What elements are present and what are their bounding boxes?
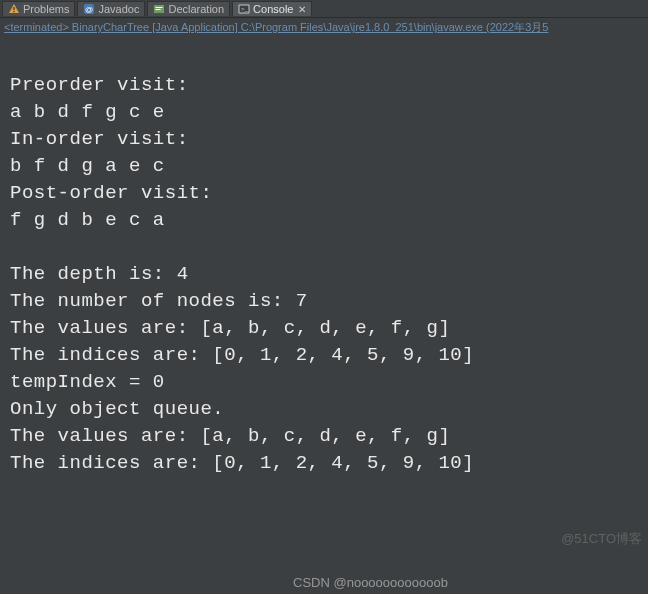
console-line: f g d b e c a — [10, 207, 638, 234]
console-line: b f d g a e c — [10, 153, 638, 180]
console-line: Preorder visit: — [10, 72, 638, 99]
tab-label: Declaration — [168, 3, 224, 15]
console-icon: >_ — [238, 3, 250, 15]
svg-rect-1 — [13, 7, 14, 10]
console-line — [10, 45, 638, 72]
views-tab-bar: Problems @ Javadoc Declaration >_ Consol… — [0, 0, 648, 18]
console-line: The indices are: [0, 1, 2, 4, 5, 9, 10] — [10, 450, 638, 477]
watermark-right: @51CTO博客 — [561, 530, 642, 548]
svg-rect-2 — [13, 11, 14, 12]
tab-label: Problems — [23, 3, 69, 15]
console-line: tempIndex = 0 — [10, 369, 638, 396]
warning-icon — [8, 3, 20, 15]
tab-problems[interactable]: Problems — [2, 1, 75, 16]
svg-rect-6 — [156, 7, 163, 8]
terminated-status: <terminated> BinaryCharTree [Java Applic… — [0, 18, 648, 37]
console-line: Post-order visit: — [10, 180, 638, 207]
svg-rect-7 — [156, 9, 161, 10]
console-line — [10, 234, 638, 261]
svg-text:@: @ — [85, 5, 93, 14]
console-line: The indices are: [0, 1, 2, 4, 5, 9, 10] — [10, 342, 638, 369]
watermark-bottom: CSDN @noooooooooooob — [293, 575, 448, 590]
javadoc-icon: @ — [83, 3, 95, 15]
declaration-icon — [153, 3, 165, 15]
console-line: a b d f g c e — [10, 99, 638, 126]
console-line: The values are: [a, b, c, d, e, f, g] — [10, 423, 638, 450]
tab-console[interactable]: >_ Console ✕ — [232, 1, 312, 16]
console-line: The depth is: 4 — [10, 261, 638, 288]
tab-declaration[interactable]: Declaration — [147, 1, 230, 16]
console-line: In-order visit: — [10, 126, 638, 153]
svg-text:>_: >_ — [241, 6, 249, 12]
console-line: The number of nodes is: 7 — [10, 288, 638, 315]
console-line: The values are: [a, b, c, d, e, f, g] — [10, 315, 638, 342]
close-icon[interactable]: ✕ — [298, 4, 306, 15]
tab-label: Console — [253, 3, 293, 15]
console-output: Preorder visit:a b d f g c e In-order vi… — [0, 37, 648, 485]
console-line: Only object queue. — [10, 396, 638, 423]
tab-label: Javadoc — [98, 3, 139, 15]
tab-javadoc[interactable]: @ Javadoc — [77, 1, 145, 16]
